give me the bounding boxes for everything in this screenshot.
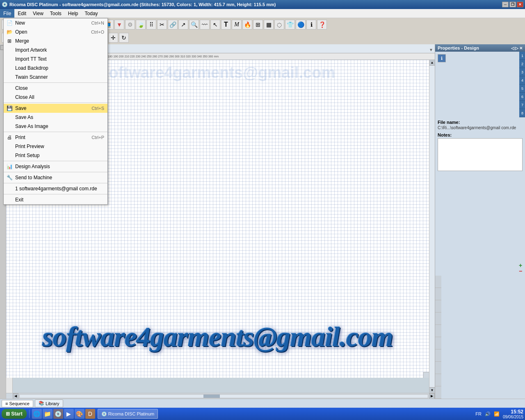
tb-shirt-button[interactable]: 👕: [285, 20, 295, 30]
open-icon: 📂: [6, 29, 13, 35]
file-name-value: C:\Ri...\software4garments@gmail com.rde: [438, 126, 523, 130]
taskbar-icon-media[interactable]: ▶: [64, 409, 74, 419]
menu-item-print[interactable]: 🖨 Print Ctrl+P: [4, 133, 107, 142]
menu-item-close[interactable]: Close: [4, 84, 107, 93]
tb-fire-button[interactable]: 🔥: [242, 20, 252, 30]
small-side-btn-4[interactable]: [435, 313, 441, 325]
side-btn-5[interactable]: 5: [519, 84, 525, 93]
panel-pin-button[interactable]: ◁: [511, 46, 514, 50]
hscroll-right-button[interactable]: ▶: [429, 393, 435, 399]
small-side-btn-3[interactable]: [435, 300, 441, 313]
menu-item-exit-label: Exit: [15, 197, 23, 203]
tb-leaf-button[interactable]: 🍃: [136, 20, 146, 30]
menu-item-new[interactable]: 📄 New Ctrl+N: [4, 18, 107, 27]
tb-link-button[interactable]: 🔗: [168, 20, 178, 30]
tb-grid2-button[interactable]: ▦: [264, 20, 274, 30]
menu-today[interactable]: Today: [82, 9, 101, 18]
tb-dots-button[interactable]: ⠿: [146, 20, 156, 30]
close-button[interactable]: ✕: [517, 2, 523, 7]
menu-file[interactable]: File: [0, 9, 14, 18]
menu-item-design-analysis[interactable]: 📊 Design Analysis: [4, 162, 107, 171]
panel-arrow-button[interactable]: ▷: [515, 46, 518, 50]
tb-zoom-button[interactable]: 🔍: [189, 20, 199, 30]
window-title: Ricoma DISC Platinum - software4garments…: [9, 2, 276, 7]
menu-item-send-machine[interactable]: 🔧 Send to Machine: [4, 173, 107, 182]
tb2-rotate2-button[interactable]: ↻: [119, 33, 129, 43]
small-side-btn-1[interactable]: [435, 276, 441, 288]
restore-button[interactable]: ❐: [509, 2, 516, 7]
side-btn-8[interactable]: 8: [519, 109, 525, 117]
notes-label: Notes:: [438, 132, 523, 137]
vscroll-down-button[interactable]: ▼: [429, 387, 435, 393]
tb-grid-button[interactable]: ⊞: [253, 20, 263, 30]
menu-item-import-artwork[interactable]: Import Artwork: [4, 46, 107, 55]
menu-item-import-tt[interactable]: Import TT Text: [4, 55, 107, 64]
tb-arrow-button[interactable]: ↗: [178, 20, 188, 30]
taskbar-icon-browser[interactable]: 🌐: [32, 409, 42, 419]
menu-edit[interactable]: Edit: [14, 9, 30, 18]
menu-item-save-as[interactable]: Save As: [4, 113, 107, 122]
minimize-button[interactable]: ─: [502, 2, 509, 7]
tb-wave-button[interactable]: 〰: [200, 20, 210, 30]
side-btn-1[interactable]: 1: [519, 52, 525, 60]
separator-7: [4, 194, 107, 194]
small-side-btn-9[interactable]: [435, 374, 441, 386]
tb-circle-button[interactable]: ◌: [274, 20, 284, 30]
start-button[interactable]: ⊞ Start: [2, 409, 27, 419]
tb-hoop-button[interactable]: 🔵: [296, 20, 306, 30]
tb-cursor-button[interactable]: ↖: [210, 20, 220, 30]
taskbar-icon-folder[interactable]: 📁: [43, 409, 52, 419]
tb-info-button[interactable]: ℹ: [306, 20, 316, 30]
small-side-btn-5[interactable]: [435, 325, 441, 337]
library-tab[interactable]: 📚 Library: [35, 399, 63, 407]
tb-script-button[interactable]: M: [232, 20, 242, 30]
hscroll-thumb[interactable]: [203, 395, 220, 398]
notes-textarea[interactable]: [438, 138, 523, 171]
menu-help[interactable]: Help: [65, 9, 82, 18]
small-side-btn-8[interactable]: [435, 362, 441, 374]
small-side-btn-10[interactable]: [435, 386, 441, 399]
tb-text-button[interactable]: T: [221, 20, 231, 30]
menu-item-print-setup[interactable]: Print Setup: [4, 151, 107, 160]
tb2-move-button[interactable]: ✛: [108, 33, 118, 43]
tb-scissors-button[interactable]: ✂: [157, 20, 167, 30]
merge-icon: ⊞: [6, 38, 13, 44]
tb-gear-button[interactable]: ⚙: [125, 20, 135, 30]
vscroll-up-button[interactable]: ▲: [429, 60, 435, 66]
taskbar-icon-disc[interactable]: 💿: [53, 409, 63, 419]
menu-item-merge[interactable]: ⊞ Merge: [4, 37, 107, 46]
minus-button[interactable]: −: [518, 268, 523, 274]
tb-fill-button[interactable]: ▼: [114, 20, 124, 30]
panel-close-button[interactable]: ✕: [519, 46, 523, 50]
menu-item-open[interactable]: 📂 Open Ctrl+O: [4, 27, 107, 37]
tb-help-button[interactable]: ❓: [317, 20, 327, 30]
plus-button[interactable]: +: [518, 262, 523, 268]
taskbar-active-window[interactable]: 💿 Ricoma DISC Platinum: [98, 409, 158, 419]
menu-tools[interactable]: Tools: [47, 9, 65, 18]
right-side-panel: ▲ ▼: [429, 60, 435, 393]
menu-view[interactable]: View: [30, 9, 47, 18]
menu-item-load-backdrop[interactable]: Load Backdrop: [4, 64, 107, 73]
title-bar-controls: ─ ❐ ✕: [502, 2, 523, 7]
side-btn-4[interactable]: 4: [519, 76, 525, 84]
side-btn-3[interactable]: 3: [519, 68, 525, 76]
sequence-tab[interactable]: ≡ Sequence: [2, 400, 33, 407]
prop-tab-info[interactable]: ℹ: [438, 54, 446, 62]
canvas-nav-button[interactable]: ▼: [429, 48, 433, 52]
side-btn-6[interactable]: 6: [519, 93, 525, 101]
menu-item-print-preview[interactable]: Print Preview: [4, 142, 107, 151]
side-btn-2[interactable]: 2: [519, 60, 525, 68]
hscroll-left-button[interactable]: ◀: [13, 393, 18, 399]
taskbar-icon-app[interactable]: D: [85, 409, 95, 419]
small-side-btn-2[interactable]: [435, 288, 441, 300]
taskbar-icon-paint[interactable]: 🎨: [75, 409, 84, 419]
menu-item-save[interactable]: 💾 Save Ctrl+S: [4, 104, 107, 113]
menu-item-exit[interactable]: Exit: [4, 195, 107, 204]
menu-item-save-as-image[interactable]: Save As Image: [4, 122, 107, 131]
side-btn-7[interactable]: 7: [519, 101, 525, 109]
small-side-btn-7[interactable]: [435, 349, 441, 362]
menu-item-close-all[interactable]: Close All: [4, 93, 107, 102]
small-side-btn-6[interactable]: [435, 337, 441, 349]
menu-item-recent1[interactable]: 1 software4garments@gmail com.rde: [4, 184, 107, 193]
menu-item-twain[interactable]: Twain Scanner: [4, 73, 107, 82]
